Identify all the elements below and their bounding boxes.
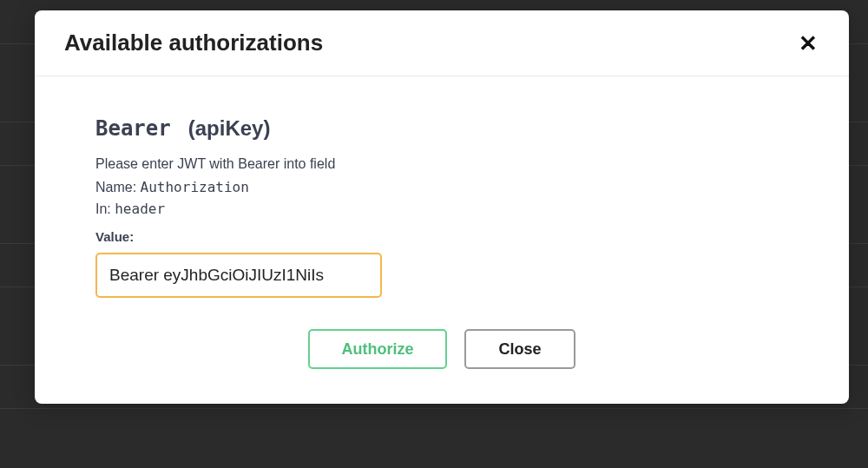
- auth-scheme-type: (apiKey): [188, 116, 271, 140]
- auth-scheme-name: Bearer: [95, 116, 171, 141]
- auth-description: Please enter JWT with Bearer into field: [95, 156, 788, 172]
- auth-name-row: Name: Authorization: [95, 179, 788, 195]
- value-label: Value:: [95, 229, 788, 244]
- auth-name-value: Authorization: [141, 179, 249, 195]
- close-icon[interactable]: ✕: [797, 32, 819, 55]
- authorizations-modal: Available authorizations ✕ Bearer (apiKe…: [35, 10, 849, 404]
- value-input[interactable]: [95, 253, 382, 298]
- auth-scheme-title: Bearer (apiKey): [95, 116, 788, 141]
- modal-body: Bearer (apiKey) Please enter JWT with Be…: [35, 76, 849, 404]
- authorize-button[interactable]: Authorize: [308, 329, 447, 369]
- auth-name-label: Name:: [95, 180, 141, 194]
- button-row: Authorize Close: [95, 329, 788, 369]
- auth-in-label: In:: [95, 201, 115, 216]
- modal-header: Available authorizations ✕: [35, 10, 849, 76]
- modal-title: Available authorizations: [64, 30, 323, 56]
- auth-in-row: In: header: [95, 201, 788, 217]
- close-button[interactable]: Close: [464, 329, 575, 369]
- auth-in-value: header: [115, 201, 165, 217]
